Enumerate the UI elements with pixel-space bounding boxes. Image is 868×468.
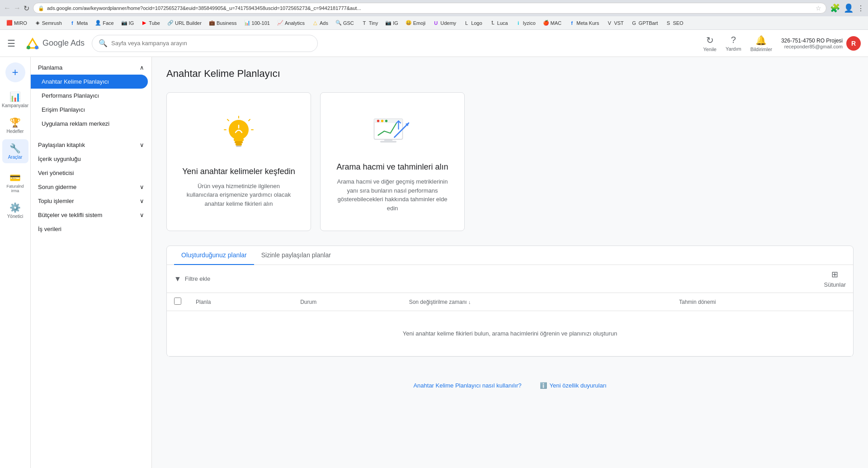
sidebar-item-araclar[interactable]: 🔧 Araçlar xyxy=(2,139,28,163)
bookmark-tiny[interactable]: T Tiny xyxy=(359,19,381,27)
svg-point-1 xyxy=(27,46,30,49)
sidebar-item-uygulama-reklam-merkezi[interactable]: Uygulama reklam merkezi xyxy=(31,117,148,131)
back-icon[interactable]: ← xyxy=(4,4,11,12)
bookmark-business[interactable]: 💼 Business xyxy=(206,19,240,27)
sidebar-item-kampanyalar[interactable]: 📊 Kampanyalar xyxy=(2,88,28,112)
svg-rect-22 xyxy=(384,139,392,141)
search-volume-card[interactable]: Arama hacmi ve tahminleri alın Arama hac… xyxy=(320,92,465,231)
bookmark-100-101[interactable]: 📊 100-101 xyxy=(241,19,273,27)
app-body: + 📊 Kampanyalar 🏆 Hedefler 🔧 Araçlar 💳 F… xyxy=(0,57,868,468)
how-to-use-link[interactable]: Anahtar Kelime Planlayıcı nasıl kullanıl… xyxy=(413,382,521,389)
seo-icon: S xyxy=(665,20,671,26)
sorun-giderme-header[interactable]: Sorun giderme ∨ xyxy=(31,180,151,194)
star-icon[interactable]: ☆ xyxy=(816,5,821,12)
filter-button[interactable]: ▼ Filtre ekle xyxy=(174,275,210,283)
campaigns-label: Kampanyalar xyxy=(2,103,28,108)
sidebar-item-performans-planlayici[interactable]: Performans Planlayıcı xyxy=(31,89,148,103)
bookmark-tube[interactable]: ▶ Tube xyxy=(138,19,163,27)
bookmark-semrush[interactable]: ◈ Semrush xyxy=(32,19,65,27)
bookmark-miro-label: MIRO xyxy=(14,20,27,26)
hamburger-menu-icon[interactable]: ☰ xyxy=(7,38,15,49)
account-avatar[interactable]: R xyxy=(846,36,861,51)
meta-kurs-icon: f xyxy=(569,20,575,26)
bookmark-emoji[interactable]: 😀 Emoji xyxy=(403,19,429,27)
refresh-action[interactable]: ↻ Yenile xyxy=(703,35,717,52)
uygulama-reklam-merkezi-label: Uygulama reklam merkezi xyxy=(42,120,109,127)
new-feature-link[interactable]: ℹ️ Yeni özellik duyuruları xyxy=(540,382,607,389)
bookmark-mac[interactable]: 🍎 MAC xyxy=(540,19,564,27)
card2-description: Arama hacmi ve diğer geçmiş metriklerini… xyxy=(335,177,450,213)
bookmark-ig2[interactable]: 📷 IG xyxy=(382,19,401,27)
refresh-icon[interactable]: ↻ xyxy=(24,4,29,13)
vst-icon: V xyxy=(606,20,613,26)
svg-rect-5 xyxy=(235,141,243,143)
bookmark-iyzico[interactable]: i Iyzico xyxy=(512,19,538,27)
help-action[interactable]: ? Yardım xyxy=(726,35,741,52)
bookmark-luca[interactable]: Ꝉ Luca xyxy=(487,19,511,27)
bookmark-vst[interactable]: V VST xyxy=(604,19,626,27)
sidebar-item-anahtar-kelime-planlayici[interactable]: Anahtar Kelime Planlayıcı xyxy=(31,75,148,89)
bookmark-url-builder-label: URL Builder xyxy=(175,20,202,26)
bookmark-analytics[interactable]: 📈 Analytics xyxy=(274,19,307,27)
bookmark-udemy[interactable]: U Udemy xyxy=(430,19,459,27)
butceler-teklifli-sistem-header[interactable]: Bütçeler ve teklifli sistem ∨ xyxy=(31,208,151,222)
browser-nav[interactable]: ← → ↻ xyxy=(4,4,29,13)
bookmark-ads[interactable]: △ Ads xyxy=(309,19,331,27)
bookmark-meta[interactable]: f Meta xyxy=(66,19,90,27)
veri-yoneticisi-label: Veri yöneticisi xyxy=(38,170,74,176)
planning-section-header[interactable]: Planlama ∧ xyxy=(31,61,151,75)
mac-icon: 🍎 xyxy=(543,20,549,26)
bookmark-gptbart[interactable]: G GPTBart xyxy=(628,19,661,27)
bookmark-seo[interactable]: S SEO xyxy=(662,19,686,27)
refresh-icon: ↻ xyxy=(706,35,714,46)
url-builder-icon: 🔗 xyxy=(167,20,174,26)
bookmark-vst-label: VST xyxy=(614,20,623,26)
tab-olusturdugunuz-planlar[interactable]: Oluşturduğunuz planlar xyxy=(174,246,254,265)
bookmark-logo[interactable]: L Logo xyxy=(461,19,485,27)
icerik-uygunlugu-header[interactable]: İçerik uygunluğu xyxy=(31,152,151,166)
sidebar-item-hedefler[interactable]: 🏆 Hedefler xyxy=(2,113,28,137)
extensions-icon[interactable]: 🧩 xyxy=(830,3,840,13)
bookmark-meta-kurs[interactable]: f Meta Kurs xyxy=(566,19,602,27)
tab-sizinle-paylasilan-planlar[interactable]: Sizinle paylaşılan planlar xyxy=(254,246,338,265)
admin-icon: ⚙️ xyxy=(9,202,21,213)
tiny-icon: T xyxy=(361,20,368,26)
url-text: ads.google.com/aw/keywordplanner/home?oc… xyxy=(47,5,816,11)
select-all-checkbox[interactable] xyxy=(174,298,181,305)
page-footer: Anahtar Kelime Planlayıcı nasıl kullanıl… xyxy=(166,368,854,403)
discover-keywords-card[interactable]: Yeni anahtar kelimeler keşfedin Ürün vey… xyxy=(166,92,311,231)
performans-planlayici-label: Performans Planlayıcı xyxy=(42,92,99,99)
svg-rect-23 xyxy=(380,141,396,143)
more-icon[interactable]: ⋮ xyxy=(857,4,864,13)
col-son-degistirilme[interactable]: Son değiştirilme zamanı ↓ xyxy=(402,293,672,311)
admin-label: Yönetici xyxy=(7,214,24,219)
bookmark-100-101-label: 100-101 xyxy=(252,20,270,26)
sidebar-item-erisim-planlayici[interactable]: Erişim Planlayıcı xyxy=(31,103,148,117)
planning-section: Planlama ∧ Anahtar Kelime Planlayıcı Per… xyxy=(31,57,151,134)
header-right: ↻ Yenile ? Yardım 🔔 Bildirimler 326-751-… xyxy=(703,35,861,52)
create-button[interactable]: + xyxy=(5,62,25,82)
bookmark-miro[interactable]: 🟥 MIRO xyxy=(4,19,30,27)
bookmark-url-builder[interactable]: 🔗 URL Builder xyxy=(165,19,204,27)
profile-icon[interactable]: 👤 xyxy=(844,3,854,13)
bookmark-business-label: Business xyxy=(217,20,237,26)
url-bar[interactable]: 🔒 ads.google.com/aw/keywordplanner/home?… xyxy=(33,3,826,14)
sidebar-item-faturalandirma[interactable]: 💳 Faturalnd irma xyxy=(2,169,28,197)
browser-actions[interactable]: 🧩 👤 ⋮ xyxy=(830,3,864,13)
logo-icon: L xyxy=(463,20,470,26)
paylasilan-kitaplik-header[interactable]: Paylaşılan kitaplık ∨ xyxy=(31,138,151,152)
toplu-islemler-header[interactable]: Toplu işlemler ∨ xyxy=(31,194,151,208)
planning-chevron-up-icon: ∧ xyxy=(140,64,144,71)
forward-icon[interactable]: → xyxy=(14,4,21,12)
sidebar-item-yonetici[interactable]: ⚙️ Yönetici xyxy=(2,199,28,222)
bookmark-gsc[interactable]: 🔍 GSC xyxy=(333,19,357,27)
header-search[interactable]: 🔍 xyxy=(92,35,318,52)
is-verileri-label: İş verileri xyxy=(38,226,61,232)
notifications-action[interactable]: 🔔 Bildirimler xyxy=(750,35,772,52)
bookmark-ig[interactable]: 📷 IG xyxy=(118,19,137,27)
veri-yoneticisi-header[interactable]: Veri yöneticisi xyxy=(31,166,151,180)
bookmark-face[interactable]: 👤 Face xyxy=(92,19,116,27)
is-verileri-header[interactable]: İş verileri xyxy=(31,222,151,236)
search-input[interactable] xyxy=(111,40,311,47)
columns-button[interactable]: ⊞ Sütunlar xyxy=(824,269,846,288)
